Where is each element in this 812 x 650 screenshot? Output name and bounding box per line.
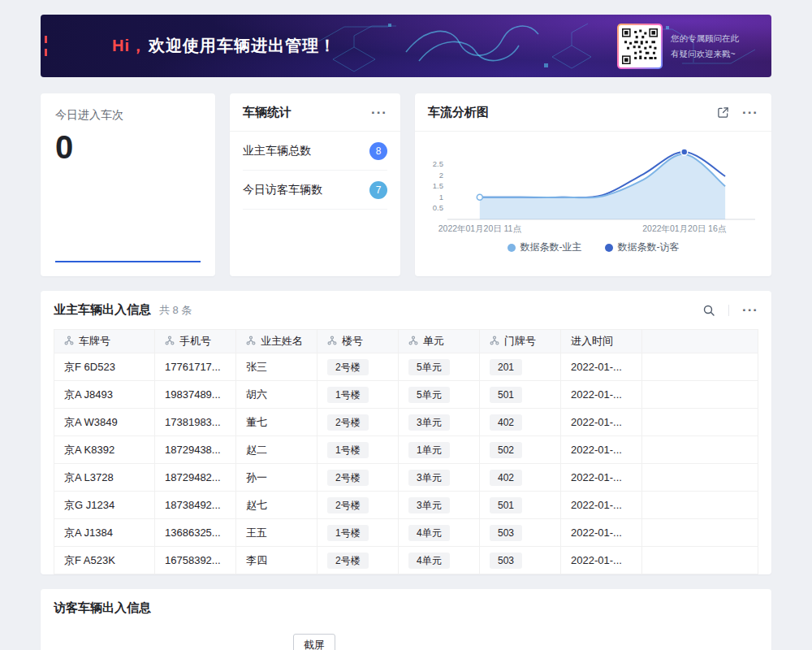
table-cell [642, 464, 758, 492]
table-header-row: 车牌号手机号业主姓名楼号单元门牌号进入时间 [54, 330, 758, 353]
column-header-门牌号[interactable]: 门牌号 [480, 330, 561, 353]
banner-accent-mark [45, 36, 47, 43]
table-cell: 京F A523K [54, 547, 155, 574]
table-cell: 2022-01-... [561, 492, 642, 519]
column-header-车牌号[interactable]: 车牌号 [54, 330, 155, 353]
svg-text:0.5: 0.5 [433, 203, 443, 212]
tag-value: 2号楼 [327, 470, 369, 486]
table-cell: 2022-01-... [561, 464, 642, 492]
column-header-单元[interactable]: 单元 [399, 330, 480, 353]
legend-label: 数据条数-业主 [520, 240, 582, 254]
table-cell [642, 436, 758, 464]
svg-text:1.5: 1.5 [433, 181, 443, 190]
export-icon[interactable] [717, 106, 729, 119]
legend-item[interactable]: 数据条数-业主 [508, 240, 582, 254]
column-header-进入时间[interactable]: 进入时间 [561, 330, 642, 353]
more-menu-icon[interactable]: ··· [742, 303, 758, 317]
stat-item[interactable]: 业主车辆总数8 [243, 132, 387, 171]
table-cell: 1号楼 [317, 381, 399, 409]
table-cell: 4单元 [399, 519, 480, 547]
table-cell: 京A J1384 [54, 519, 155, 547]
tag-value: 402 [490, 414, 522, 431]
legend-dot [605, 244, 613, 252]
search-icon[interactable] [702, 304, 715, 317]
column-header-业主姓名[interactable]: 业主姓名 [236, 330, 317, 353]
tag-value: 3单元 [408, 414, 450, 431]
table-cell: 2号楼 [317, 353, 399, 381]
owner-vehicle-table: 车牌号手机号业主姓名楼号单元门牌号进入时间 京F 6D52317761717..… [54, 329, 758, 574]
column-header-label: 进入时间 [571, 335, 613, 347]
flow-line-chart[interactable]: 0.511.522.52022年01月20日 11点2022年01月20日 16… [423, 138, 763, 237]
table-cell: 京A W3849 [54, 409, 155, 436]
table-cell: 503 [480, 547, 561, 574]
tag-value: 503 [490, 525, 522, 541]
today-entry-card: 今日进入车次 0 [41, 93, 215, 276]
table-cell: 京A J8493 [54, 381, 155, 409]
table-row[interactable]: 京F A523K16758392...李四2号楼4单元5032022-01-..… [54, 547, 758, 574]
tag-value: 1号楼 [327, 442, 369, 458]
field-type-icon [64, 336, 74, 348]
visitor-table-body: 截屏 [41, 627, 771, 650]
qr-caption-line2: 有疑问欢迎来戳~ [671, 46, 739, 62]
table-cell: 董七 [236, 409, 317, 436]
table-row[interactable]: 京A W384917381983...董七2号楼3单元4022022-01-..… [54, 409, 758, 436]
tag-value: 5单元 [408, 359, 450, 375]
tag-value: 501 [490, 497, 522, 514]
partial-button[interactable]: 截屏 [293, 634, 335, 650]
tag-value: 402 [490, 470, 522, 486]
welcome-banner: Hi，欢迎使用车辆进出管理！ [41, 15, 771, 77]
table-cell [642, 409, 758, 436]
table-row[interactable]: 京A K839218729438...赵二1号楼1单元5022022-01-..… [54, 436, 758, 464]
table-cell: 2022-01-... [561, 436, 642, 464]
tag-value: 2号楼 [327, 414, 369, 431]
table-cell: 1号楼 [317, 519, 399, 547]
vehicle-stats-title: 车辆统计 [243, 105, 292, 120]
legend-item[interactable]: 数据条数-访客 [605, 240, 680, 254]
table-cell: 5单元 [399, 381, 480, 409]
qr-code-frame [617, 24, 663, 69]
table-cell: 18729438... [155, 436, 236, 464]
table-cell: 2号楼 [317, 547, 399, 574]
column-header-手机号[interactable]: 手机号 [155, 330, 236, 353]
field-type-icon [246, 336, 256, 348]
more-menu-icon[interactable]: ··· [742, 106, 758, 119]
owner-table-title: 业主车辆出入信息 [54, 302, 151, 318]
table-cell [642, 492, 758, 519]
table-cell: 402 [480, 464, 561, 492]
field-type-icon [327, 336, 337, 348]
visitor-table-title: 访客车辆出入信息 [54, 600, 151, 616]
stat-item[interactable]: 今日访客车辆数7 [243, 171, 387, 210]
entry-count-value: 0 [55, 131, 201, 163]
table-row[interactable]: 京F 6D52317761717...张三2号楼5单元2012022-01-..… [54, 353, 758, 381]
table-cell: 王五 [236, 519, 317, 547]
table-row[interactable]: 京A J849319837489...胡六1号楼5单元5012022-01-..… [54, 381, 758, 409]
qr-code[interactable] [619, 25, 661, 67]
tag-value: 2号楼 [327, 359, 369, 375]
svg-text:2: 2 [439, 171, 443, 180]
flow-chart-card: 车流分析图 ··· 0.511.522.52022年01月20日 11点2022… [415, 93, 771, 276]
owner-table-actions: ··· [702, 303, 758, 317]
table-cell: 201 [480, 353, 561, 381]
table-cell: 4单元 [399, 547, 480, 574]
table-cell: 2022-01-... [561, 381, 642, 409]
table-row[interactable]: 京A L372818729482...孙一2号楼3单元4022022-01-..… [54, 464, 758, 492]
table-row[interactable]: 京A J138413686325...王五1号楼4单元5032022-01-..… [54, 519, 758, 547]
column-header-楼号[interactable]: 楼号 [317, 330, 399, 353]
table-cell: 503 [480, 519, 561, 547]
table-cell: 2022-01-... [561, 409, 642, 436]
table-cell: 3单元 [399, 409, 480, 436]
column-header-label: 业主姓名 [261, 335, 303, 347]
tag-value: 1单元 [408, 442, 450, 458]
tag-value: 201 [490, 359, 522, 375]
owner-table-header: 业主车辆出入信息 共 8 条 ··· [41, 291, 771, 329]
stat-item-count-badge: 8 [369, 142, 387, 160]
table-cell: 赵二 [236, 436, 317, 464]
more-menu-icon[interactable]: ··· [371, 106, 387, 119]
table-row[interactable]: 京G J123418738492...赵七2号楼3单元5012022-01-..… [54, 492, 758, 519]
table-cell: 2号楼 [317, 492, 399, 519]
table-cell: 2022-01-... [561, 519, 642, 547]
column-header-label: 楼号 [342, 335, 363, 347]
field-type-icon [408, 336, 418, 348]
svg-text:2022年01月20日 11点: 2022年01月20日 11点 [438, 224, 522, 233]
chart-legend: 数据条数-业主数据条数-访客 [423, 237, 763, 261]
